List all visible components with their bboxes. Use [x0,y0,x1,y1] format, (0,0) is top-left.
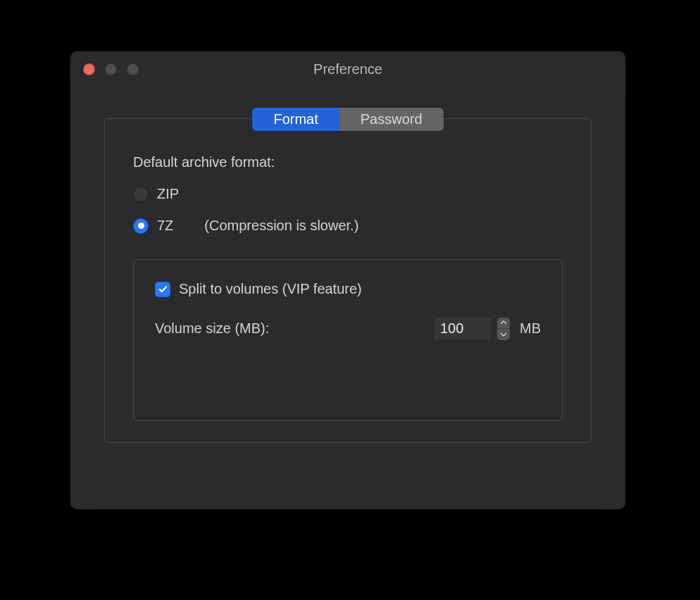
tab-password[interactable]: Password [339,108,444,131]
tabs: Format Password [252,108,443,131]
volume-size-unit: MB [520,320,541,337]
radio-label-zip: ZIP [157,186,179,202]
format-radio-group: ZIP 7Z (Compression is slower.) [133,186,563,234]
stepper-up[interactable] [497,318,510,329]
chevron-down-icon [501,332,506,337]
volume-size-input[interactable] [434,317,492,340]
maximize-button[interactable] [127,63,139,75]
tab-format[interactable]: Format [252,108,339,131]
radio-row-zip[interactable]: ZIP [133,186,563,202]
radio-dot-icon [138,223,144,229]
titlebar: Preference [70,51,625,87]
volume-size-label: Volume size (MB): [155,320,380,337]
minimize-button[interactable] [105,63,117,75]
chevron-up-icon [501,320,506,325]
sevenz-hint: (Compression is slower.) [204,218,358,234]
volume-size-stepper[interactable] [497,318,510,340]
tab-strip: Format Password [104,108,592,131]
checkmark-icon [158,284,168,294]
split-checkbox-row[interactable]: Split to volumes (VIP feature) [155,281,541,297]
format-panel: Default archive format: ZIP 7Z (Compress… [104,118,592,443]
split-label: Split to volumes (VIP feature) [179,281,362,297]
radio-label-7z: 7Z [157,218,173,234]
preference-window: Preference Format Password Default archi… [70,51,625,509]
close-button[interactable] [83,63,95,75]
volume-size-row: Volume size (MB): MB [155,317,541,340]
radio-row-7z[interactable]: 7Z (Compression is slower.) [133,218,563,234]
window-title: Preference [70,61,625,77]
content-area: Format Password Default archive format: … [70,87,625,464]
split-volumes-panel: Split to volumes (VIP feature) Volume si… [133,259,563,421]
split-checkbox[interactable] [155,282,170,297]
radio-7z[interactable] [133,218,149,234]
radio-zip[interactable] [133,187,149,202]
default-format-label: Default archive format: [133,154,563,170]
traffic-lights [70,63,139,75]
stepper-down[interactable] [497,329,510,340]
